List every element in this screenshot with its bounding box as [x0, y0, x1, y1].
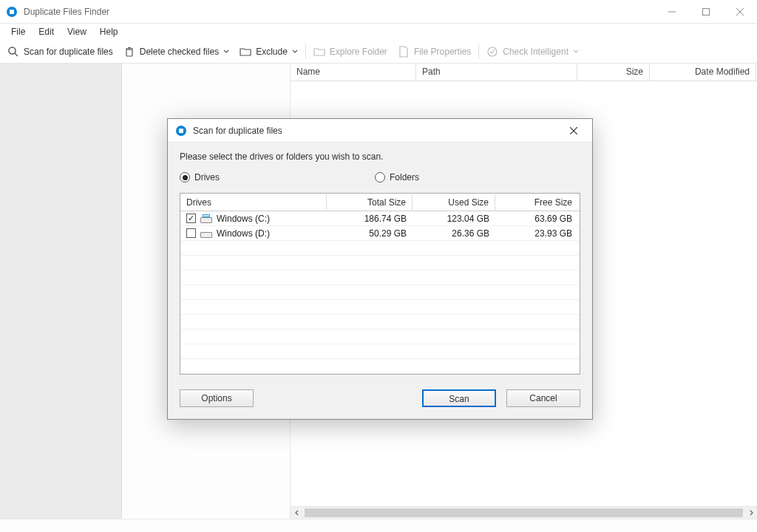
col-total-size[interactable]: Total Size: [327, 194, 413, 211]
separator: [305, 44, 306, 59]
column-date[interactable]: Date Modified: [650, 64, 756, 81]
drive-icon: [200, 229, 212, 238]
list-header: Name Path Size Date Modified: [291, 64, 757, 81]
explore-folder-button: Explore Folder: [309, 41, 392, 62]
svg-rect-1: [10, 10, 14, 14]
drive-checkbox[interactable]: [186, 214, 196, 223]
empty-row: [180, 241, 580, 256]
drive-free: 23.93 GB: [495, 227, 578, 240]
exclude-label: Exclude: [256, 47, 288, 57]
radio-icon: [375, 172, 385, 183]
scan-confirm-button[interactable]: Scan: [422, 389, 496, 407]
drive-checkbox[interactable]: [186, 228, 196, 238]
explore-label: Explore Folder: [330, 47, 387, 57]
drive-total: 186.74 GB: [327, 212, 413, 225]
svg-line-7: [15, 53, 18, 56]
folder-icon: [313, 46, 325, 58]
column-name[interactable]: Name: [291, 64, 416, 81]
drive-row[interactable]: Windows (D:) 50.29 GB 26.36 GB 23.93 GB: [180, 226, 580, 241]
radio-folders-label: Folders: [390, 172, 419, 183]
file-properties-button: File Properties: [393, 41, 475, 62]
dialog-title: Scan for duplicate files: [193, 126, 282, 136]
app-icon: [175, 125, 187, 137]
radio-folders[interactable]: Folders: [375, 172, 419, 183]
empty-row: [180, 300, 580, 315]
properties-label: File Properties: [414, 47, 471, 57]
drive-row[interactable]: Windows (C:) 186.74 GB 123.04 GB 63.69 G…: [180, 211, 580, 226]
drive-name: Windows (C:): [217, 214, 270, 224]
empty-row: [180, 330, 580, 344]
col-free-size[interactable]: Free Size: [495, 194, 578, 211]
empty-row: [180, 270, 580, 285]
cancel-button[interactable]: Cancel: [506, 389, 580, 407]
check-intelligent-label: Check Intelligent: [503, 47, 568, 57]
chevron-down-icon[interactable]: [223, 49, 229, 55]
column-path[interactable]: Path: [416, 64, 577, 81]
radio-drives-label: Drives: [194, 172, 220, 183]
dialog-instruction: Please select the drives or folders you …: [180, 151, 580, 162]
radio-icon: [180, 172, 190, 183]
separator: [478, 44, 479, 59]
titlebar: Duplicate Files Finder: [0, 0, 757, 24]
radio-drives[interactable]: Drives: [180, 172, 220, 183]
dialog-titlebar: Scan for duplicate files: [168, 119, 592, 143]
minimize-button[interactable]: [655, 0, 689, 24]
drive-name: Windows (D:): [217, 228, 270, 239]
file-icon: [398, 46, 410, 58]
drive-used: 26.36 GB: [413, 227, 495, 240]
drive-free: 63.69 GB: [495, 212, 578, 225]
empty-row: [180, 285, 580, 300]
close-button[interactable]: [723, 0, 757, 24]
search-icon: [7, 46, 19, 58]
menu-file[interactable]: File: [4, 25, 32, 38]
svg-point-6: [9, 47, 16, 54]
menu-edit[interactable]: Edit: [32, 25, 61, 38]
options-button[interactable]: Options: [180, 389, 254, 407]
menubar: File Edit View Help: [0, 24, 757, 40]
dialog-close-button[interactable]: [563, 120, 585, 142]
svg-rect-3: [703, 8, 710, 15]
drives-table-header: Drives Total Size Used Size Free Size: [180, 194, 580, 211]
empty-row: [180, 256, 580, 270]
scroll-right-arrow[interactable]: [744, 507, 757, 519]
statusbar: [0, 519, 757, 532]
drive-total: 50.29 GB: [327, 227, 413, 240]
check-circle-icon: [486, 46, 498, 58]
drive-icon: [200, 214, 212, 223]
delete-label: Delete checked files: [140, 47, 219, 57]
scan-dialog: Scan for duplicate files Please select t…: [167, 118, 593, 420]
scroll-thumb[interactable]: [305, 508, 743, 517]
horizontal-scrollbar[interactable]: [291, 506, 757, 519]
menu-help[interactable]: Help: [93, 25, 125, 38]
trash-icon: [123, 46, 135, 58]
svg-rect-8: [126, 50, 132, 56]
window-title: Duplicate Files Finder: [24, 7, 109, 17]
drive-used: 123.04 GB: [413, 212, 495, 225]
toolbar: Scan for duplicate files Delete checked …: [0, 40, 757, 64]
empty-row: [180, 344, 580, 359]
app-icon: [6, 6, 18, 18]
col-drives[interactable]: Drives: [180, 194, 327, 211]
check-intelligent-button: Check Intelligent: [482, 41, 583, 62]
exclude-button[interactable]: Exclude: [235, 41, 302, 62]
scan-label: Scan for duplicate files: [24, 47, 113, 57]
folder-exclude-icon: [240, 46, 251, 58]
side-panel: [0, 64, 122, 519]
col-used-size[interactable]: Used Size: [413, 194, 495, 211]
empty-row: [180, 315, 580, 330]
delete-button[interactable]: Delete checked files: [119, 41, 234, 62]
maximize-button[interactable]: [689, 0, 723, 24]
chevron-down-icon: [573, 49, 579, 55]
scan-button[interactable]: Scan for duplicate files: [3, 41, 118, 62]
scroll-left-arrow[interactable]: [291, 507, 303, 519]
drives-table: Drives Total Size Used Size Free Size Wi…: [180, 193, 580, 375]
chevron-down-icon[interactable]: [292, 49, 298, 55]
svg-rect-13: [179, 129, 183, 133]
column-size[interactable]: Size: [577, 64, 650, 81]
menu-view[interactable]: View: [61, 25, 93, 38]
empty-row: [180, 359, 580, 374]
